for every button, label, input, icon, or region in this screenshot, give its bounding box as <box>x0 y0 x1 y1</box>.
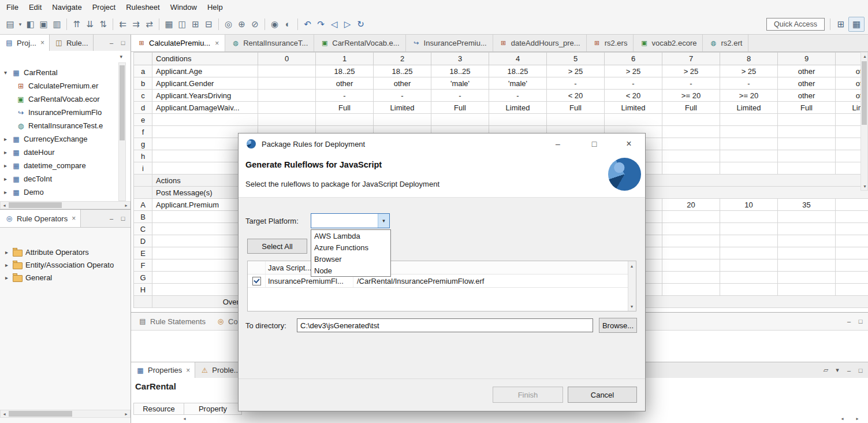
insert-column-right-button[interactable]: ⇉ <box>129 17 143 31</box>
rulesheet-cell[interactable]: - <box>547 77 605 90</box>
rulesheet-cell[interactable] <box>316 114 374 126</box>
rulesheet-cell[interactable]: Full <box>431 102 489 114</box>
rulesheet-cell[interactable] <box>778 114 836 126</box>
rulesheet-cell[interactable] <box>836 211 868 223</box>
rulesheet-cell[interactable] <box>720 150 778 162</box>
print-button[interactable]: ▥ <box>50 17 64 31</box>
rulesheet-cell[interactable] <box>605 114 662 126</box>
row-header[interactable]: d <box>134 102 152 114</box>
rulesheet-cell[interactable] <box>778 126 836 138</box>
run-test-button[interactable]: ◉ <box>268 17 281 31</box>
completeness-check-button[interactable]: ◎ <box>222 17 235 31</box>
tab-properties[interactable]: ▦ Properties × <box>131 362 195 378</box>
coverage-button[interactable]: ◐ <box>281 17 295 31</box>
minimize-icon[interactable]: – <box>845 367 853 374</box>
tab-rule-explorer[interactable]: ◫ Rule... <box>50 35 94 51</box>
scroll-left-icon[interactable]: ◂ <box>1 202 8 209</box>
column-header-property[interactable]: Property <box>184 403 242 415</box>
chevron-right-icon[interactable]: ▸ <box>3 262 10 268</box>
maximize-icon[interactable]: □ <box>856 367 865 374</box>
rulesheet-cell[interactable]: 18..25 <box>374 65 431 77</box>
rulesheet-cell[interactable]: - <box>431 90 489 102</box>
rulesheet-cell[interactable]: Limited <box>374 102 431 114</box>
rulesheet-cell[interactable] <box>720 223 778 235</box>
tree-item-datetime-compare[interactable]: ▸ ▦ datetime_compare <box>0 159 121 172</box>
rulesheet-cell[interactable] <box>836 235 868 247</box>
row-header[interactable]: f <box>134 126 152 138</box>
rulesheet-cell[interactable] <box>778 272 836 284</box>
tree-item-rentalinsurancetest[interactable]: ◍ RentalInsuranceTest.e <box>0 119 121 132</box>
chevron-right-icon[interactable]: ▸ <box>3 274 10 281</box>
rulesheet-cell[interactable] <box>258 114 316 126</box>
editor-tab-calculatepremium[interactable]: ⊞ CalculatePremiu... × <box>131 35 225 51</box>
rulesheet-cell[interactable]: 18..25 <box>489 65 547 77</box>
scroll-left-icon[interactable]: ◂ <box>839 415 846 422</box>
rulesheet-cell[interactable]: 18..25 <box>316 65 374 77</box>
tree-item-general[interactable]: ▸ General <box>0 271 121 284</box>
condition-name[interactable] <box>152 114 258 126</box>
rulesheet-cell[interactable] <box>836 199 868 211</box>
view-menu-icon[interactable]: ▾ <box>120 54 122 60</box>
rulesheet-cell[interactable] <box>778 259 836 272</box>
menu-file[interactable]: File <box>1 1 24 13</box>
scroll-left-icon[interactable]: ◂ <box>1 410 8 418</box>
chevron-right-icon[interactable]: ▸ <box>2 136 9 142</box>
rulesheet-cell[interactable] <box>662 223 720 235</box>
rulesheet-cell[interactable] <box>836 272 868 284</box>
rulesheet-cell[interactable]: < 20 <box>605 90 662 102</box>
column-header-resource[interactable]: Resource <box>133 403 184 415</box>
rulesheet-cell[interactable] <box>836 284 868 296</box>
new-dropdown-icon[interactable]: ▾ <box>17 17 24 31</box>
rulesheet-cell[interactable]: 'male' <box>431 77 489 90</box>
rulesheet-cell[interactable] <box>720 138 778 150</box>
column-header[interactable]: 2 <box>374 53 431 65</box>
condition-name[interactable]: Applicant.YearsDriving <box>152 90 258 102</box>
row-header[interactable]: C <box>134 223 152 235</box>
insert-column-left-button[interactable]: ⇇ <box>116 17 129 31</box>
rulesheet-cell[interactable] <box>778 162 836 175</box>
row-header[interactable]: a <box>134 65 152 77</box>
rulesheet-cell[interactable] <box>258 77 316 90</box>
chevron-right-icon[interactable]: ▸ <box>2 149 9 155</box>
rulesheet-cell[interactable] <box>836 223 868 235</box>
swap-columns-button[interactable]: ⇄ <box>143 17 156 31</box>
finish-button[interactable]: Finish <box>493 387 563 403</box>
explorer-horizontal-scrollbar[interactable]: ◂ ▸ <box>0 201 131 209</box>
menu-project[interactable]: Project <box>87 1 121 13</box>
rulesheet-cell[interactable] <box>720 162 778 175</box>
tree-item-carrentalvocab[interactable]: ▣ CarRentalVocab.ecor <box>0 92 121 106</box>
rulesheet-cell[interactable]: other <box>778 77 836 90</box>
column-header[interactable]: 5 <box>547 53 605 65</box>
rulesheet-cell[interactable]: other <box>778 90 836 102</box>
detach-view-icon[interactable]: ▱ <box>822 366 830 374</box>
tree-item-attribute-operators[interactable]: ▸ Attribute Operators <box>0 246 121 259</box>
rulesheet-cell[interactable] <box>778 284 836 296</box>
rulesheet-cell[interactable]: Limited <box>489 102 547 114</box>
rulesheet-cell[interactable] <box>720 126 778 138</box>
row-header[interactable]: D <box>134 235 152 247</box>
rulesheet-cell[interactable] <box>662 235 720 247</box>
rulesheet-cell[interactable] <box>720 247 778 259</box>
rulesheet-cell[interactable] <box>662 247 720 259</box>
cancel-button[interactable]: Cancel <box>568 387 637 403</box>
rulesheet-cell[interactable]: 10 <box>720 199 778 211</box>
tree-item-demo[interactable]: ▸ ▦ Demo <box>0 185 121 199</box>
chevron-down-icon[interactable]: ▾ <box>378 214 389 228</box>
quick-access-button[interactable]: Quick Access <box>766 18 825 31</box>
column-header[interactable]: 1 <box>316 53 374 65</box>
undo-button[interactable]: ↶ <box>301 17 314 31</box>
editor-tab-vocab2-ecore[interactable]: ▣ vocab2.ecore <box>634 35 703 51</box>
column-header[interactable]: 6 <box>605 53 662 65</box>
tree-item-carrental[interactable]: ▾ ▦ CarRental <box>0 66 121 79</box>
rulesheet-cell[interactable] <box>662 211 720 223</box>
rulesheet-cell[interactable] <box>720 259 778 272</box>
rulesheet-cell[interactable]: > 25 <box>547 65 605 77</box>
menu-window[interactable]: Window <box>165 1 202 13</box>
row-header[interactable]: F <box>134 259 152 272</box>
rulesheet-cell[interactable] <box>778 138 836 150</box>
rulesheet-cell[interactable]: Full <box>662 102 720 114</box>
rulesheet-cell[interactable] <box>662 272 720 284</box>
editor-tab-insurancepremium[interactable]: ↪ InsurancePremiu... <box>406 35 493 51</box>
add-table-button[interactable]: ⊞ <box>189 17 202 31</box>
rulesheet-cell[interactable]: - <box>489 90 547 102</box>
